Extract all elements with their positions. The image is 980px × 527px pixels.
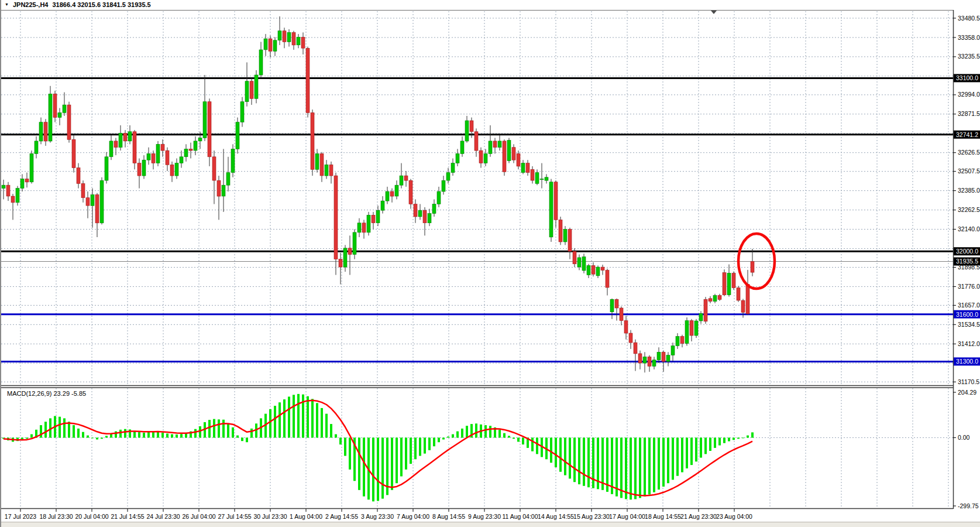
svg-text:31776.0: 31776.0: [958, 283, 980, 290]
svg-text:32262.5: 32262.5: [958, 206, 980, 213]
symbol-period-label: JPN225-,H4: [13, 1, 49, 8]
chart-canvas[interactable]: 33480.533358.033235.532994.032871.532626…: [1, 0, 980, 527]
svg-text:32000.0: 32000.0: [956, 248, 978, 255]
ohlc-values: 31866.4 32015.6 31841.5 31935.5: [52, 1, 150, 8]
svg-text:30 Jul 23:30: 30 Jul 23:30: [253, 513, 287, 520]
svg-text:24 Jul 23:30: 24 Jul 23:30: [146, 513, 180, 520]
svg-text:31412.0: 31412.0: [958, 340, 980, 347]
macd-indicator-label: MACD(12,26,9) 23.29 -5.85: [7, 390, 86, 397]
chart-info-bar: ▼ JPN225-,H4 31866.4 32015.6 31841.5 319…: [5, 1, 151, 8]
svg-text:2 Aug 14:55: 2 Aug 14:55: [325, 513, 358, 520]
svg-text:31935.5: 31935.5: [956, 258, 978, 265]
svg-text:27 Jul 14:55: 27 Jul 14:55: [218, 513, 251, 520]
svg-text:33480.5: 33480.5: [958, 15, 980, 22]
svg-text:17 Jul 2023: 17 Jul 2023: [5, 513, 36, 520]
svg-text:31657.0: 31657.0: [958, 302, 980, 309]
svg-text:32994.0: 32994.0: [958, 91, 980, 98]
svg-text:32871.5: 32871.5: [958, 110, 980, 117]
svg-text:9 Aug 23:30: 9 Aug 23:30: [468, 513, 501, 520]
svg-text:20 Jul 04:00: 20 Jul 04:00: [75, 513, 108, 520]
svg-text:31300.0: 31300.0: [956, 358, 978, 365]
svg-text:31534.5: 31534.5: [958, 321, 980, 328]
svg-text:32626.5: 32626.5: [958, 149, 980, 156]
svg-text:14 Aug 14:55: 14 Aug 14:55: [538, 513, 574, 520]
svg-text:33358.0: 33358.0: [958, 34, 980, 41]
svg-text:26 Jul 04:00: 26 Jul 04:00: [182, 513, 215, 520]
svg-text:0.00: 0.00: [958, 434, 970, 441]
svg-text:1 Aug 04:00: 1 Aug 04:00: [290, 513, 322, 520]
svg-text:32385.0: 32385.0: [958, 187, 980, 194]
svg-text:21 Jul 14:55: 21 Jul 14:55: [111, 513, 144, 520]
svg-text:32140.0: 32140.0: [958, 225, 980, 232]
svg-text:21 Aug 23:30: 21 Aug 23:30: [680, 513, 717, 520]
svg-text:7 Aug 04:00: 7 Aug 04:00: [397, 513, 429, 520]
svg-text:32507.5: 32507.5: [958, 167, 980, 174]
svg-text:8 Aug 14:55: 8 Aug 14:55: [432, 513, 465, 520]
svg-text:18 Jul 23:30: 18 Jul 23:30: [39, 513, 73, 520]
svg-text:31600.0: 31600.0: [956, 311, 978, 318]
svg-text:11 Aug 04:00: 11 Aug 04:00: [502, 513, 538, 520]
svg-text:31170.5: 31170.5: [958, 378, 979, 385]
svg-text:17 Aug 04:00: 17 Aug 04:00: [609, 513, 645, 520]
window-bottom-strip: [1, 522, 980, 527]
svg-text:-299.75: -299.75: [958, 502, 979, 509]
chevron-down-icon[interactable]: ▼: [5, 2, 9, 8]
mt4-chart-window: 33480.533358.033235.532994.032871.532626…: [0, 0, 980, 527]
svg-text:23 Aug 04:00: 23 Aug 04:00: [716, 513, 752, 520]
svg-text:15 Aug 23:30: 15 Aug 23:30: [573, 513, 610, 520]
svg-text:33235.5: 33235.5: [958, 53, 980, 60]
svg-text:33100.0: 33100.0: [956, 74, 978, 81]
svg-text:32741.2: 32741.2: [956, 131, 978, 138]
svg-text:18 Aug 14:55: 18 Aug 14:55: [645, 513, 681, 520]
svg-text:204.29: 204.29: [958, 389, 976, 396]
svg-text:3 Aug 23:30: 3 Aug 23:30: [361, 513, 394, 520]
